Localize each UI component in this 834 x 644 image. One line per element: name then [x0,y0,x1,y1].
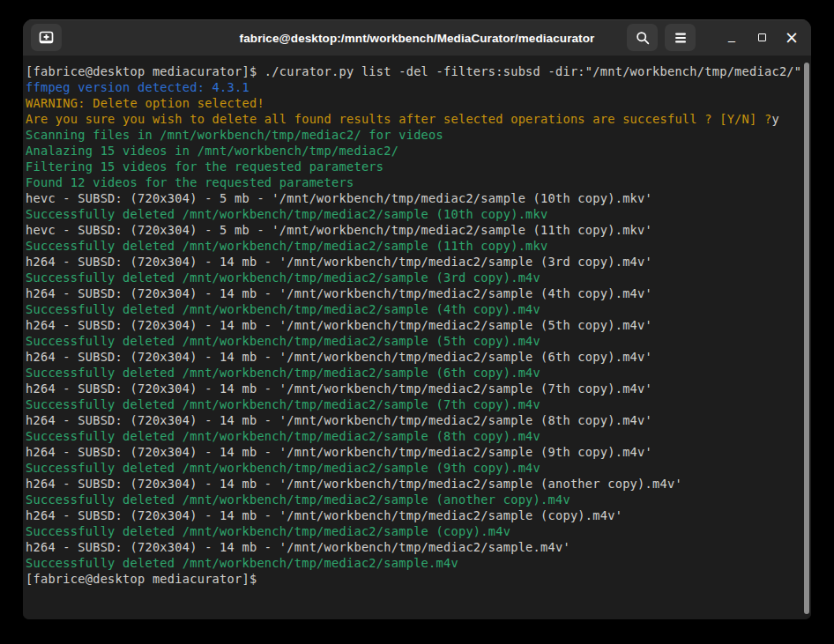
terminal-line: h264 - SUBSD: (720x304) - 14 mb - '/mnt/… [26,444,799,460]
terminal-line: h264 - SUBSD: (720x304) - 14 mb - '/mnt/… [26,285,799,301]
terminal-line: Successfully deleted /mnt/workbench/tmp/… [26,365,799,381]
terminal-window: fabrice@desktop:/mnt/workbench/MediaCura… [23,19,811,619]
terminal-line: h264 - SUBSD: (720x304) - 14 mb - '/mnt/… [26,381,799,396]
search-icon [636,31,650,45]
terminal-line: Successfully deleted /mnt/workbench/tmp/… [26,301,799,317]
scrollbar-thumb[interactable] [804,63,809,614]
scrollbar-track[interactable] [801,56,811,619]
terminal-line: h264 - SUBSD: (720x304) - 14 mb - '/mnt/… [26,349,799,365]
terminal-line: h264 - SUBSD: (720x304) - 14 mb - '/mnt/… [26,317,799,333]
window-title: fabrice@desktop:/mnt/workbench/MediaCura… [240,31,595,44]
terminal-line: Successfully deleted /mnt/workbench/tmp/… [26,270,799,285]
new-tab-button[interactable] [31,24,62,51]
terminal-line: h264 - SUBSD: (720x304) - 14 mb - '/mnt/… [26,476,799,492]
search-button[interactable] [627,24,658,51]
terminal-line: Analazing 15 videos in /mnt/workbench/tm… [26,143,799,159]
terminal-line: Successfully deleted /mnt/workbench/tmp/… [26,396,799,412]
terminal-line: Successfully deleted /mnt/workbench/tmp/… [26,523,799,539]
terminal-line: Filtering 15 videos for the requested pa… [26,159,799,174]
terminal-line: ffmpeg version detected: 4.3.1 [26,79,799,95]
terminal-line: Found 12 videos for the requested parame… [26,174,799,190]
terminal-line: h264 - SUBSD: (720x304) - 14 mb - '/mnt/… [26,539,799,555]
terminal-line: Successfully deleted /mnt/workbench/tmp/… [26,555,799,571]
terminal-line: WARNING: Delete option selected! [26,95,799,111]
terminal-line: h264 - SUBSD: (720x304) - 14 mb - '/mnt/… [26,254,799,270]
close-icon: × [785,29,799,46]
close-button[interactable]: × [780,24,803,51]
terminal-line: Successfully deleted /mnt/workbench/tmp/… [26,238,799,254]
hamburger-menu-icon [674,33,687,43]
terminal-line: Successfully deleted /mnt/workbench/tmp/… [26,460,799,476]
menu-button[interactable] [665,24,696,51]
terminal-line: Scanning files in /mnt/workbench/tmp/med… [26,127,799,143]
desktop-background: fabrice@desktop:/mnt/workbench/MediaCura… [0,0,834,644]
maximize-button[interactable] [750,24,773,51]
terminal-line: hevc - SUBSD: (720x304) - 5 mb - '/mnt/w… [26,190,799,206]
terminal-line: hevc - SUBSD: (720x304) - 5 mb - '/mnt/w… [26,222,799,238]
terminal-line: [fabrice@desktop mediacurator]$ [26,571,799,587]
terminal-line: Successfully deleted /mnt/workbench/tmp/… [26,428,799,444]
new-tab-icon [39,31,54,45]
terminal-line: Are you sure you wish to delete all foun… [26,111,799,127]
terminal-line: Successfully deleted /mnt/workbench/tmp/… [26,333,799,349]
terminal-output[interactable]: [fabrice@desktop mediacurator]$ ./curato… [23,56,811,619]
minimize-button[interactable]: ─ [720,24,743,51]
terminal-line: [fabrice@desktop mediacurator]$ ./curato… [26,63,799,79]
terminal-line: Successfully deleted /mnt/workbench/tmp/… [26,206,799,222]
titlebar[interactable]: fabrice@desktop:/mnt/workbench/MediaCura… [23,19,811,56]
minimize-icon: ─ [728,27,735,48]
terminal-line: Successfully deleted /mnt/workbench/tmp/… [26,492,799,507]
terminal-line: h264 - SUBSD: (720x304) - 14 mb - '/mnt/… [26,412,799,428]
maximize-icon [758,33,766,41]
terminal-line: h264 - SUBSD: (720x304) - 14 mb - '/mnt/… [26,507,799,523]
